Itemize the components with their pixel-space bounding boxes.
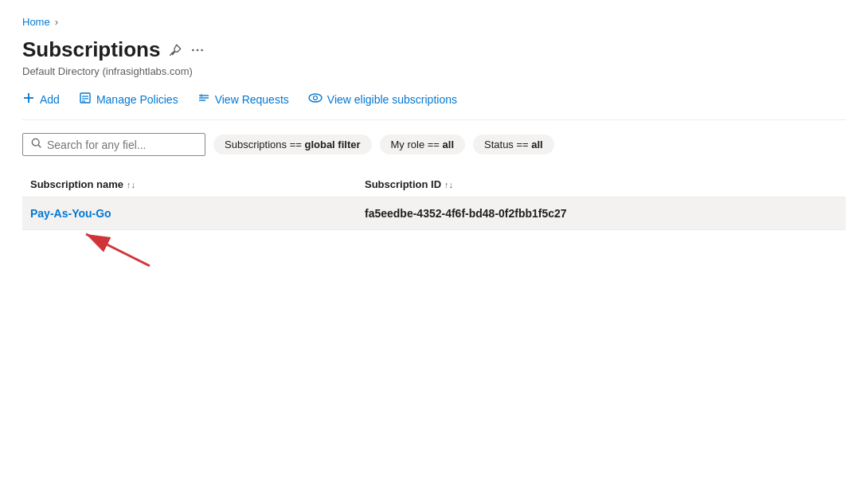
- requests-icon: [197, 92, 210, 107]
- col-header-name: Subscription name ↑↓: [30, 178, 365, 190]
- arrow-annotation: [22, 222, 846, 270]
- pin-icon[interactable]: [168, 43, 182, 57]
- breadcrumb: Home ›: [22, 16, 846, 28]
- page-header: Subscriptions: [22, 37, 846, 62]
- filter1-text: Subscriptions == global filter: [225, 139, 361, 150]
- view-requests-button[interactable]: View Requests: [197, 92, 289, 107]
- sort-id-arrows[interactable]: ↑↓: [444, 180, 453, 189]
- search-input[interactable]: [47, 139, 197, 151]
- subscription-filter-pill[interactable]: Subscriptions == global filter: [213, 135, 372, 154]
- breadcrumb-separator: ›: [55, 16, 58, 28]
- svg-point-15: [32, 139, 39, 146]
- view-requests-label: View Requests: [215, 93, 289, 106]
- role-filter-pill[interactable]: My role == all: [380, 135, 466, 154]
- view-eligible-label: View eligible subscriptions: [327, 93, 457, 106]
- search-icon: [31, 138, 42, 151]
- home-link[interactable]: Home: [22, 16, 50, 28]
- svg-line-16: [38, 145, 41, 147]
- svg-point-1: [192, 49, 194, 51]
- red-arrow-svg: [70, 226, 197, 274]
- col-header-id: Subscription ID ↑↓: [365, 178, 838, 190]
- page-container: Home › Subscriptions Default Directory (…: [0, 0, 868, 496]
- search-box[interactable]: [22, 133, 205, 156]
- svg-point-14: [313, 96, 317, 100]
- subscription-name-link[interactable]: Pay-As-You-Go: [30, 207, 365, 220]
- add-icon: [22, 92, 35, 107]
- svg-point-3: [201, 49, 204, 51]
- manage-policies-label: Manage Policies: [96, 93, 178, 106]
- filter-bar: Subscriptions == global filter My role =…: [22, 133, 846, 156]
- row-subscription-name: Pay-As-You-Go: [30, 207, 365, 220]
- filter2-text: My role == all: [391, 139, 455, 150]
- add-button[interactable]: Add: [22, 92, 60, 107]
- page-title: Subscriptions: [22, 37, 160, 62]
- eligible-icon: [308, 92, 323, 107]
- row-subscription-id: fa5eedbe-4352-4f6f-bd48-0f2fbb1f5c27: [365, 207, 838, 220]
- sort-name-arrows[interactable]: ↑↓: [127, 180, 135, 189]
- policies-icon: [79, 92, 92, 107]
- table-header: Subscription name ↑↓ Subscription ID ↑↓: [22, 172, 846, 197]
- manage-policies-button[interactable]: Manage Policies: [79, 92, 178, 107]
- subscription-id-value: fa5eedbe-4352-4f6f-bd48-0f2fbb1f5c27: [365, 207, 838, 220]
- add-label: Add: [40, 93, 60, 106]
- svg-point-13: [309, 94, 322, 102]
- status-filter-pill[interactable]: Status == all: [473, 135, 554, 154]
- toolbar: Add Manage Policies: [22, 92, 846, 120]
- view-eligible-button[interactable]: View eligible subscriptions: [308, 92, 457, 107]
- page-subtitle: Default Directory (infrasightlabs.com): [22, 65, 846, 77]
- more-options-icon[interactable]: [190, 43, 205, 57]
- svg-line-18: [86, 234, 150, 266]
- filter3-text: Status == all: [484, 139, 543, 150]
- svg-point-2: [197, 49, 199, 51]
